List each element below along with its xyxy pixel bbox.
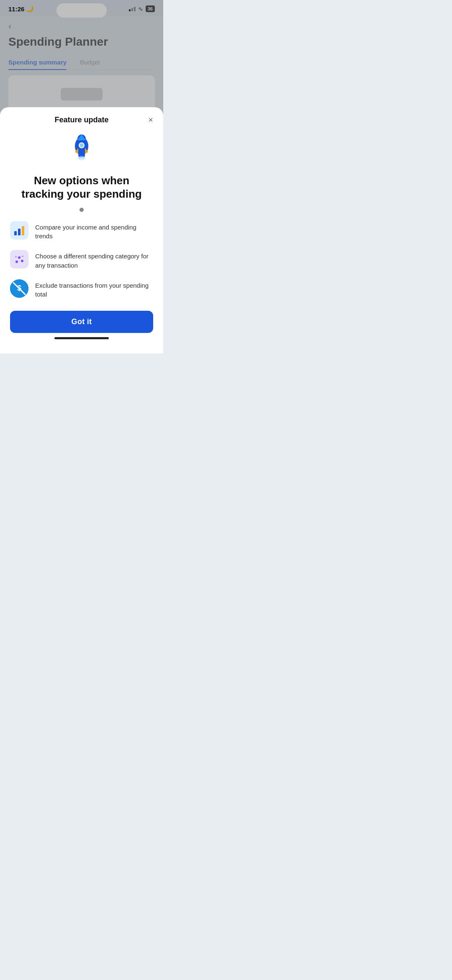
svg-point-16 [21,260,23,262]
home-indicator [10,333,153,341]
pagination-dot [80,208,84,212]
rocket-container [10,133,153,166]
feature-item-2: Choose a different spending category for… [10,250,153,270]
svg-point-14 [15,260,18,263]
modal-header: Feature update × [10,116,153,124]
svg-point-17 [15,256,17,258]
close-button[interactable]: × [148,116,153,124]
feature-item-1: Compare your income and spending trends [10,221,153,241]
modal-headline: New options when tracking your spending [10,174,153,201]
svg-point-18 [22,255,23,257]
modal-title: Feature update [54,116,108,124]
feature-text-2: Choose a different spending category for… [35,250,153,270]
modal-overlay: Feature update × [0,0,163,353]
home-bar [54,337,109,339]
feature-text-3: Exclude transactions from your spending … [35,279,153,299]
exclude-icon: $ [10,279,28,298]
svg-point-15 [18,256,21,259]
modal-sheet: Feature update × [0,107,163,354]
svg-rect-12 [18,229,21,235]
features-list: Compare your income and spending trends … [10,221,153,299]
svg-point-10 [80,160,83,162]
feature-item-3: $ Exclude transactions from your spendin… [10,279,153,299]
svg-rect-13 [22,226,24,235]
rocket-icon [67,133,97,166]
svg-rect-11 [14,231,17,235]
svg-point-4 [80,143,84,147]
pagination-dots [10,208,153,212]
feature-text-1: Compare your income and spending trends [35,221,153,241]
scatter-icon [10,250,28,268]
got-it-button[interactable]: Got it [10,311,153,333]
chart-icon [10,221,28,240]
